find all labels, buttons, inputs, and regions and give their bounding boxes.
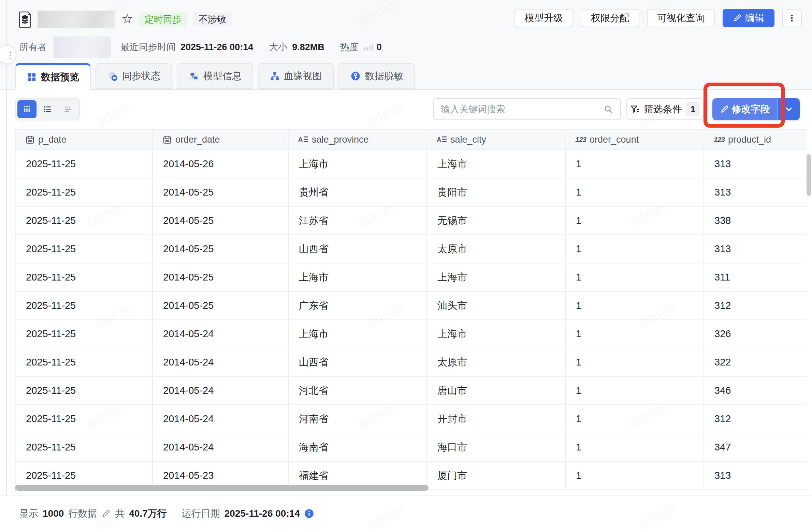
tab-数据预览[interactable]: 数据预览 — [15, 63, 91, 90]
table-cell: 338 — [704, 207, 807, 235]
tab-label: 数据脱敏 — [365, 70, 403, 83]
table-cell: 2025-11-25 — [16, 207, 153, 235]
total-label: 共 — [115, 507, 125, 520]
table-cell: 1 — [566, 462, 704, 490]
column-header-order_date[interactable]: order_date — [153, 129, 289, 150]
sync-icon — [107, 71, 118, 82]
number-icon: 123 — [575, 135, 586, 144]
columns-view-icon — [22, 104, 32, 114]
column-header-sale_city[interactable]: Asale_city — [427, 129, 566, 150]
table-cell: 1 — [566, 292, 704, 320]
table-row[interactable]: 2025-11-252014-05-25贵州省贵阳市1313 — [16, 178, 807, 207]
tab-同步状态[interactable]: 同步状态 — [96, 63, 172, 89]
table-cell: 上海市 — [427, 320, 566, 348]
table-cell: 2025-11-25 — [16, 292, 153, 320]
admin-watermark: admin — [364, 98, 407, 130]
table-cell: 贵州省 — [289, 178, 427, 207]
mask-icon — [350, 71, 361, 82]
tab-label: 同步状态 — [122, 70, 160, 83]
column-header-p_date[interactable]: p_date — [16, 129, 153, 150]
status-badge-not-sensitive: 不涉敏 — [193, 13, 232, 26]
modify-fields-button[interactable]: 修改字段 — [712, 98, 777, 120]
filter-count-badge: 1 — [686, 102, 700, 116]
admin-watermark: admin — [93, 98, 135, 130]
modify-fields-dropdown-button[interactable] — [777, 98, 800, 120]
chevron-down-icon — [784, 104, 794, 114]
table-cell: 346 — [704, 377, 807, 405]
column-name: order_count — [590, 134, 639, 145]
horizontal-scrollbar-thumb[interactable] — [15, 485, 429, 491]
table-cell: 2025-11-25 — [16, 348, 153, 377]
table-cell: 2025-11-25 — [16, 178, 153, 207]
permission-assign-button[interactable]: 权限分配 — [581, 9, 639, 27]
tab-血缘视图[interactable]: 血缘视图 — [258, 63, 334, 89]
table-cell: 313 — [704, 150, 807, 178]
table-row[interactable]: 2025-11-252014-05-24海南省海口市1347 — [16, 433, 807, 462]
table-row[interactable]: 2025-11-252014-05-24河南省开封市1312 — [16, 405, 807, 433]
table-row[interactable]: 2025-11-252014-05-25广东省汕头市1312 — [16, 292, 807, 320]
vertical-scrollbar-thumb[interactable] — [807, 154, 811, 196]
column-name: sale_city — [450, 134, 486, 145]
table-cell: 河南省 — [289, 405, 427, 433]
table-row[interactable]: 2025-11-252014-05-24河北省唐山市1346 — [16, 377, 807, 405]
column-header-product_id[interactable]: 123product_id — [704, 129, 807, 150]
table-cell: 1 — [566, 320, 704, 348]
run-date-label: 运行日期 — [182, 507, 220, 520]
tab-数据脱敏[interactable]: 数据脱敏 — [338, 63, 415, 89]
model-upgrade-button[interactable]: 模型升级 — [514, 9, 573, 27]
table-cell: 1 — [566, 207, 704, 235]
column-header-order_count[interactable]: 123order_count — [566, 129, 704, 150]
table-cell: 1 — [566, 405, 704, 433]
owner-label: 所有者 — [19, 41, 47, 53]
visual-query-button[interactable]: 可视化查询 — [647, 9, 715, 27]
search-box — [433, 98, 621, 120]
table-cell: 326 — [704, 320, 807, 348]
run-date-value: 2025-11-26 00:14 — [224, 508, 300, 519]
column-name: sale_province — [312, 134, 369, 145]
search-icon[interactable] — [603, 104, 613, 114]
filter-conditions-button[interactable]: 筛选条件 1 — [626, 98, 704, 120]
table-row[interactable]: 2025-11-252014-05-24山西省太原市1322 — [16, 348, 807, 377]
table-cell: 2025-11-25 — [16, 405, 153, 433]
favorite-star-icon[interactable]: ☆ — [121, 12, 133, 25]
table-cell: 唐山市 — [427, 377, 566, 405]
status-badge-scheduled-sync: 定时同步 — [139, 13, 187, 26]
table-cell: 313 — [704, 235, 807, 263]
table-cell: 无锡市 — [427, 207, 566, 235]
calendar-icon — [25, 135, 35, 144]
table-cell: 322 — [704, 348, 807, 377]
view-list-button[interactable] — [38, 100, 57, 118]
table-cell: 2014-05-25 — [153, 235, 289, 263]
edit-button[interactable]: 编辑 — [723, 9, 774, 27]
table-cell: 311 — [704, 263, 807, 292]
table-cell: 2014-05-24 — [153, 405, 289, 433]
table-row[interactable]: 2025-11-252014-05-25上海市上海市1311 — [16, 263, 807, 292]
column-name: product_id — [728, 134, 771, 145]
table-cell: 1 — [566, 150, 704, 178]
pencil-icon — [733, 14, 742, 23]
table-cell: 江苏省 — [289, 207, 427, 235]
more-actions-button[interactable] — [782, 9, 802, 27]
table-cell: 厦门市 — [427, 462, 566, 490]
edit-row-count-pencil-icon[interactable] — [101, 509, 111, 518]
number-icon: 123 — [714, 135, 725, 144]
column-header-sale_province[interactable]: Asale_province — [289, 129, 427, 150]
data-model-detail-page: ☆ 定时同步 不涉敏 模型升级 权限分配 可视化查询 编辑 — [0, 0, 812, 531]
table-row[interactable]: 2025-11-252014-05-24上海市上海市1326 — [16, 320, 807, 348]
tab-label: 模型信息 — [203, 70, 242, 83]
view-columns-button[interactable] — [17, 100, 37, 118]
table-cell: 贵阳市 — [427, 178, 566, 207]
table-cell: 1 — [566, 433, 704, 462]
table-cell: 2014-05-25 — [153, 207, 289, 235]
table-row[interactable]: 2025-11-252014-05-25江苏省无锡市1338 — [16, 207, 807, 235]
table-row[interactable]: 2025-11-252014-05-25山西省太原市1313 — [16, 235, 807, 263]
search-input[interactable] — [441, 104, 603, 115]
view-cards-button[interactable] — [58, 100, 77, 118]
table-cell: 2025-11-25 — [16, 235, 153, 263]
info-icon[interactable] — [304, 509, 314, 518]
last-sync-label: 最近同步时间 — [120, 41, 176, 53]
tab-label: 数据预览 — [41, 71, 79, 84]
table-cell: 312 — [704, 292, 807, 320]
table-row[interactable]: 2025-11-252014-05-26上海市上海市1313 — [16, 150, 807, 178]
tab-模型信息[interactable]: 模型信息 — [177, 63, 253, 89]
